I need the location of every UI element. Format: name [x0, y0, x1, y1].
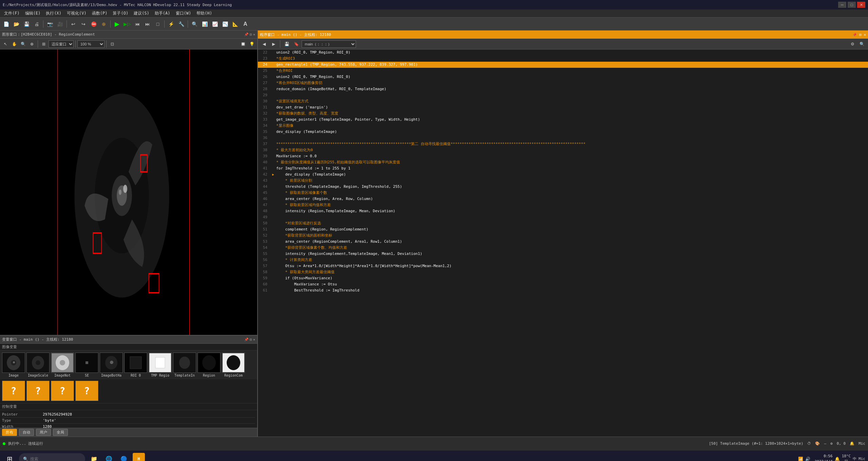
menu-run[interactable]: 执行(X) [43, 10, 64, 17]
taskbar-app-chrome[interactable]: 🔵 [118, 453, 130, 461]
gfx-roi-tool[interactable]: ⊡ [108, 40, 116, 48]
menu-visual[interactable]: 可视化(V) [64, 10, 89, 17]
linenum-55: 55 [258, 251, 270, 257]
var-image-ROI0[interactable]: ROI_0 [124, 353, 147, 377]
gfx-sep2 [75, 40, 76, 48]
var-image-TMPRegion[interactable]: TMP_Regio [149, 353, 172, 377]
play-button[interactable]: ▶ [112, 19, 122, 29]
minimize-button[interactable]: ─ [838, 2, 846, 8]
ctrl-val-Type: 'byte' [43, 418, 255, 423]
var-image-Image[interactable]: Image [2, 353, 25, 377]
svg-point-36 [227, 355, 240, 370]
var-image-ImageBotHa[interactable]: ImageBotHa [100, 353, 123, 377]
taskbar-mic-indicator[interactable]: Mic [858, 457, 865, 461]
zoom-in-button[interactable]: 🔍 [190, 19, 199, 29]
camera-button[interactable]: 📷 [45, 19, 55, 29]
redo-button[interactable]: ↪ [79, 19, 88, 29]
profile-button[interactable]: 📉 [220, 19, 230, 29]
debug-button[interactable]: 🔧 [176, 19, 186, 29]
menu-op[interactable]: 算子(O) [110, 10, 131, 17]
record-button[interactable]: 🎥 [55, 19, 65, 29]
step-into-button[interactable]: ⏮ [133, 19, 142, 29]
step-button[interactable]: ⛔ [89, 19, 98, 29]
run-fast-button[interactable]: ⊕ [99, 19, 109, 29]
code-options-btn[interactable]: ⚙ [848, 40, 856, 48]
menu-window[interactable]: 窗口(W) [173, 10, 194, 17]
arrow-26 [270, 74, 276, 80]
menu-file[interactable]: 文件(F) [1, 10, 22, 17]
gfx-hand-tool[interactable]: ✋ [10, 40, 18, 48]
taskbar-notification[interactable]: 🔔 [835, 457, 840, 461]
taskbar-app-explorer[interactable]: 📁 [88, 453, 100, 461]
taskbar-app-halcon[interactable]: H [133, 453, 145, 461]
code-pin-icon[interactable]: 📌 [852, 33, 857, 37]
measure-button[interactable]: 📐 [230, 19, 240, 29]
chart-button[interactable]: 📊 [200, 19, 209, 29]
menu-edit[interactable]: 编辑(E) [22, 10, 43, 17]
code-close-icon[interactable]: ✕ [864, 33, 866, 37]
open-button[interactable]: 📂 [12, 19, 21, 29]
gfx-layers-btn[interactable]: 🔲 [239, 40, 247, 48]
gfx-pin-icon[interactable]: 📌 [244, 33, 248, 36]
filter-global[interactable]: 全局 [53, 429, 68, 436]
volume-icon[interactable]: 🔊 [805, 457, 810, 461]
gfx-close-icon[interactable]: ✕ [253, 33, 255, 36]
network-icon[interactable]: 📶 [798, 457, 803, 461]
gfx-select-tool[interactable]: ↖ [1, 40, 10, 48]
var-pin-icon[interactable]: 📌 [244, 338, 248, 341]
code-bookmark-btn[interactable]: 🔖 [292, 40, 300, 48]
step-over-button[interactable]: ⏭ [143, 19, 152, 29]
gfx-zoom-tool[interactable]: 🔍 [19, 40, 27, 48]
var-image-RegionComp[interactable]: RegionCom [222, 353, 245, 377]
var-image-Region[interactable]: Region [197, 353, 221, 377]
menu-func[interactable]: 函数(P) [89, 10, 110, 17]
code-search-btn[interactable]: 🔍 [858, 40, 866, 48]
code-back-btn[interactable]: ◀ [260, 40, 268, 48]
filter-auto[interactable]: 自动 [19, 429, 34, 436]
taskbar-clock[interactable]: 0:56 2023/4/4 [812, 454, 833, 461]
var-image-ImageScale[interactable]: ImageScale [26, 353, 50, 377]
filter-all[interactable]: 所有 [2, 429, 17, 436]
taskbar-app-edge[interactable]: 🌐 [103, 453, 115, 461]
histogram-button[interactable]: 📈 [210, 19, 220, 29]
arrow-43 [270, 178, 276, 184]
code-area[interactable]: 22 union2 (ROI_0, TMP_Region, ROI_0) 23 … [258, 49, 868, 437]
taskbar-search-box[interactable]: 🔍 [19, 453, 85, 461]
gfx-zoom-dropdown[interactable]: 100 % [77, 40, 105, 48]
gfx-fit-tool[interactable]: ⊞ [40, 40, 48, 48]
var-region-1[interactable]: ? [2, 381, 25, 402]
var-region-2[interactable]: ? [26, 381, 50, 402]
menu-help[interactable]: 帮助(H) [194, 10, 215, 17]
undo-button[interactable]: ↩ [69, 19, 78, 29]
var-close-icon[interactable]: ✕ [253, 338, 255, 341]
print-button[interactable]: 🖨 [32, 19, 41, 29]
var-region-3[interactable]: ? [51, 381, 74, 402]
start-button[interactable]: ⊞ [3, 452, 16, 461]
save-button[interactable]: 💾 [22, 19, 31, 29]
var-image-SE[interactable]: SE [75, 353, 98, 377]
var-image-TemplateImage[interactable]: TemplateIn [173, 353, 196, 377]
var-float-icon[interactable]: ⊡ [250, 338, 252, 341]
gfx-fit-dropdown[interactable]: 适应窗口 [49, 40, 74, 48]
filter-user[interactable]: 用户 [36, 429, 51, 436]
menu-assistant[interactable]: 助手(A) [152, 10, 173, 17]
break-button[interactable]: ⚡ [166, 19, 176, 29]
close-button[interactable]: ✕ [857, 2, 865, 8]
gfx-light-btn[interactable]: 💡 [248, 40, 256, 48]
code-save-btn[interactable]: 💾 [283, 40, 291, 48]
text-button[interactable]: A [241, 19, 250, 29]
code-float-icon[interactable]: ⊡ [859, 33, 862, 37]
var-region-4[interactable]: ? [75, 381, 98, 402]
gfx-zoom-plus-tool[interactable]: ⊕ [28, 40, 36, 48]
taskbar-input-indicator[interactable]: 中 [853, 456, 856, 461]
play-slow-button[interactable]: ▶▷ [122, 19, 132, 29]
var-image-ImageNot[interactable]: ImageNot [51, 353, 74, 377]
new-button[interactable]: 📄 [1, 19, 11, 29]
search-input[interactable] [30, 457, 81, 461]
gfx-float-icon[interactable]: ⊡ [250, 33, 252, 36]
maximize-button[interactable]: □ [848, 2, 856, 8]
code-fwd-btn[interactable]: ▶ [269, 40, 278, 48]
menu-suggest[interactable]: 建议(S) [131, 10, 152, 17]
func-select[interactable]: main（：：：） [302, 40, 356, 48]
stop-button[interactable]: □ [153, 19, 163, 29]
